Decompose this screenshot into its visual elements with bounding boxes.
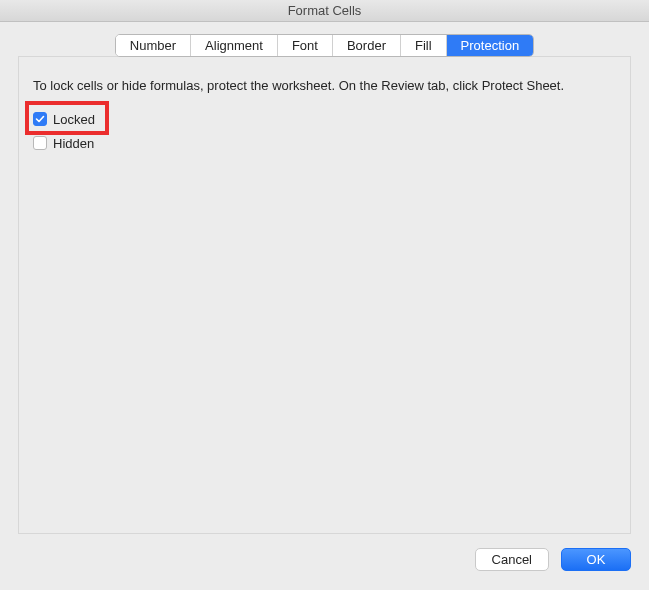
tab-font[interactable]: Font xyxy=(278,35,333,56)
option-row-hidden: Hidden xyxy=(33,133,616,153)
tab-protection[interactable]: Protection xyxy=(447,35,534,56)
label-hidden: Hidden xyxy=(53,136,94,151)
dialog-body: Number Alignment Font Border Fill Protec… xyxy=(0,22,649,534)
ok-button[interactable]: OK xyxy=(561,548,631,571)
checkbox-hidden[interactable] xyxy=(33,136,47,150)
tab-bar: Number Alignment Font Border Fill Protec… xyxy=(18,34,631,57)
tab-bar-inner: Number Alignment Font Border Fill Protec… xyxy=(115,34,534,57)
window-title: Format Cells xyxy=(288,3,362,18)
tab-number[interactable]: Number xyxy=(116,35,191,56)
button-row: Cancel OK xyxy=(0,534,649,571)
tab-alignment[interactable]: Alignment xyxy=(191,35,278,56)
content-panel: To lock cells or hide formulas, protect … xyxy=(18,56,631,534)
window-titlebar: Format Cells xyxy=(0,0,649,22)
cancel-button[interactable]: Cancel xyxy=(475,548,549,571)
instruction-text: To lock cells or hide formulas, protect … xyxy=(33,77,616,95)
label-locked: Locked xyxy=(53,112,95,127)
tab-fill[interactable]: Fill xyxy=(401,35,447,56)
checkmark-icon xyxy=(35,114,45,124)
option-row-locked: Locked xyxy=(33,109,616,129)
tab-border[interactable]: Border xyxy=(333,35,401,56)
checkbox-locked[interactable] xyxy=(33,112,47,126)
